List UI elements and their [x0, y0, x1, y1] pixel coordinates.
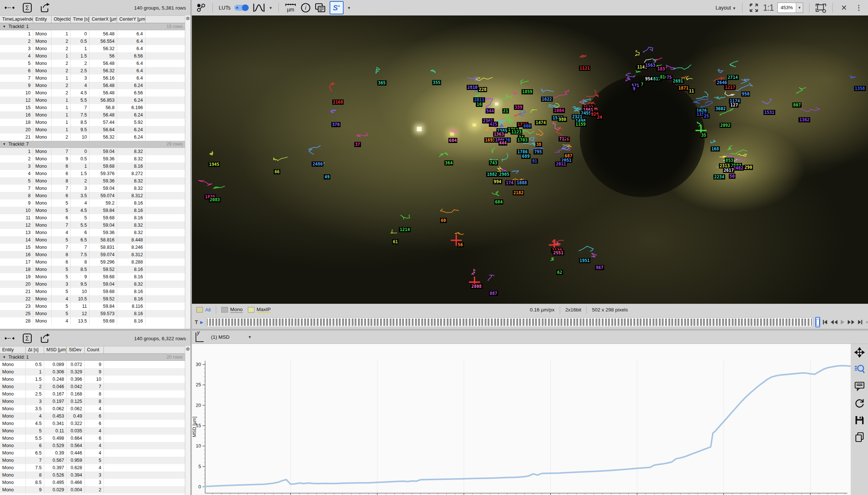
track-label[interactable]: 689	[521, 154, 531, 159]
track-label[interactable]: 1214	[399, 227, 411, 232]
track-label[interactable]: 24	[596, 115, 603, 120]
table-row[interactable]: 2Mono20.556.5546.4	[0, 38, 185, 45]
table-row[interactable]: 17Mono6859.2968.288	[0, 258, 185, 266]
track-label[interactable]: 1859	[521, 89, 533, 94]
scale-um-icon[interactable]: µm	[285, 2, 296, 13]
vertical-scrollbar[interactable]	[185, 346, 190, 495]
table-row[interactable]: 28Mono413.559.688.16	[0, 317, 185, 325]
track-label[interactable]: 168	[711, 146, 720, 151]
track-label[interactable]: 1358	[854, 86, 866, 91]
track-label[interactable]: 1084	[553, 108, 565, 113]
table-row[interactable]: 22Mono410.559.528.16	[0, 295, 185, 303]
channel-toggle-all[interactable]: All	[196, 307, 211, 313]
track-label[interactable]: 37	[354, 142, 361, 147]
scrollbar-thumb[interactable]	[186, 17, 190, 20]
track-label[interactable]: 61	[392, 239, 399, 244]
table-row[interactable]: Mono90.0290.0042	[0, 486, 185, 494]
vertical-scrollbar[interactable]	[185, 15, 190, 329]
export-button[interactable]	[40, 3, 50, 13]
track-label[interactable]: 604	[448, 138, 457, 143]
statistics-sigma-icon[interactable]: Σ	[22, 333, 32, 344]
close-icon[interactable]: ✕	[839, 2, 850, 13]
refresh-icon[interactable]	[854, 398, 865, 409]
group-header[interactable]: ▼TrackId: 115 rows	[0, 23, 185, 30]
table-row[interactable]: 15Mono1756.86.196	[0, 104, 185, 111]
track-label[interactable]: 1531	[763, 110, 775, 115]
table-row[interactable]: Mono70.5670.9595	[0, 457, 185, 464]
track-label[interactable]: 1945	[208, 162, 220, 167]
track-label[interactable]: 355	[432, 80, 441, 85]
table-row[interactable]: 10Mono24.556.486.56	[0, 89, 185, 97]
track-label[interactable]: 91	[531, 158, 538, 164]
track-label[interactable]: 1951	[579, 258, 591, 263]
track-label[interactable]: 887	[489, 291, 498, 296]
table-row[interactable]: 16Mono17.556.486.24	[0, 111, 185, 119]
table-row[interactable]: 23Mono51159.848.116	[0, 303, 185, 310]
rewind-button[interactable]	[830, 318, 838, 327]
column-header[interactable]: TimeLapseIndex	[0, 16, 33, 23]
track-label[interactable]: 228	[478, 87, 487, 92]
channel-toggle-maxip[interactable]: MaxIP	[248, 307, 271, 313]
track-label[interactable]: 2168	[332, 100, 344, 105]
track-label[interactable]: 444	[498, 140, 507, 146]
timeline-slider[interactable]	[205, 317, 813, 327]
table-row[interactable]: 19Mono5959.688.16	[0, 273, 185, 280]
track-label[interactable]: 1363	[493, 132, 505, 137]
track-label[interactable]: 2551	[552, 250, 564, 255]
track-label[interactable]: 950	[741, 91, 750, 97]
table-header-row[interactable]: TimeLapseIndexEntityObjectIdTime [s]Cent…	[0, 15, 185, 23]
table-row[interactable]: 20Mono19.556.646.24	[0, 126, 185, 133]
track-label[interactable]: 2234	[713, 174, 725, 179]
table-row[interactable]: 10Mono54.559.848.16	[0, 207, 185, 214]
first-frame-button[interactable]	[822, 318, 828, 327]
time-expand-icon[interactable]: ▶	[200, 320, 203, 325]
track-label[interactable]: 6	[566, 137, 570, 142]
table-row[interactable]: 7Mono7359.048.32	[0, 185, 185, 192]
table-row[interactable]: 14Mono56.558.8168.448	[0, 236, 185, 244]
track-label[interactable]: 1123	[510, 129, 522, 135]
fit-columns-button[interactable]	[4, 3, 15, 13]
column-header[interactable]: Time [s]	[71, 16, 89, 23]
statistics-sigma-icon[interactable]: Σ	[22, 3, 32, 13]
track-label[interactable]: 1474	[535, 120, 547, 125]
table-row[interactable]: Mono7.50.3970.6284	[0, 464, 185, 471]
track-label[interactable]: 684	[494, 199, 503, 205]
track-label[interactable]: 743	[489, 160, 498, 165]
table-row[interactable]: 12Mono15.556.8536.24	[0, 97, 185, 104]
collapse-icon[interactable]: ▼	[3, 142, 6, 146]
track-label[interactable]: 174	[505, 180, 514, 185]
track-label[interactable]: 1622	[541, 97, 553, 102]
table-row[interactable]: 16Mono87.559.0748.312	[0, 251, 185, 258]
table-row[interactable]: 1Mono7059.048.32	[0, 148, 185, 155]
track-label[interactable]: 50	[729, 174, 735, 179]
column-header[interactable]: ObjectId	[52, 16, 71, 23]
group-header[interactable]: ▼TrackId: 120 rows	[0, 354, 185, 361]
table-row[interactable]: 4Mono61.559.3768.272	[0, 170, 185, 177]
channel-swatch[interactable]	[221, 307, 228, 313]
play-button[interactable]	[840, 318, 845, 327]
table-row[interactable]: Mono8.50.4950.4663	[0, 479, 185, 486]
track-label[interactable]: 365	[377, 80, 387, 86]
track-label[interactable]: 994	[493, 179, 502, 184]
channel-toggle-mono[interactable]: Mono	[221, 307, 243, 313]
track-label[interactable]: 16	[476, 102, 482, 107]
table-row[interactable]: 25Mono51259.5738.16	[0, 310, 185, 317]
chevron-down-icon[interactable]: ▼	[269, 6, 273, 10]
msd-table[interactable]: EntityΔt [s]MSD [µm]StDevCount ▼TrackId:…	[0, 346, 185, 495]
fit-to-screen-icon[interactable]	[748, 2, 759, 13]
track-label[interactable]: 2714	[727, 75, 739, 80]
zoom-level-select[interactable]: 453% ▼	[777, 3, 803, 13]
copy-icon[interactable]	[854, 432, 865, 443]
track-label[interactable]: 2182	[513, 190, 524, 195]
table-row[interactable]: 4Mono11.5566.56	[0, 52, 185, 60]
table-row[interactable]: 18Mono18.557.445.92	[0, 119, 185, 126]
table-row[interactable]: Mono10.3060.3299	[0, 368, 185, 376]
table-row[interactable]: 2Mono90.559.368.32	[0, 155, 185, 163]
table-row[interactable]: Mono20.0460.0427	[0, 383, 185, 390]
table-header-row[interactable]: EntityΔt [s]MSD [µm]StDevCount	[0, 346, 185, 354]
track-label[interactable]: 25	[703, 114, 710, 119]
channel-swatch[interactable]	[196, 307, 203, 313]
track-label[interactable]: 980	[558, 117, 567, 122]
measure-select[interactable]: (1) MSD▼	[208, 334, 254, 341]
track-label[interactable]: 1703	[517, 137, 528, 143]
